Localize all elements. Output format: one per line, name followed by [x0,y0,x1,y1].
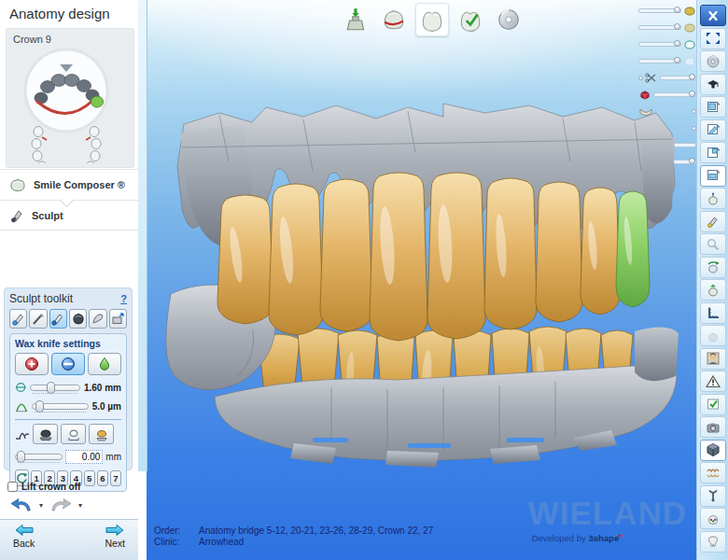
view-plane-4-button[interactable] [700,165,726,187]
crowns-outline-icon [683,39,696,50]
diameter-slider[interactable] [30,385,80,391]
morph-option-3-button[interactable] [89,424,114,444]
smooth-material-button[interactable] [88,353,121,375]
layer-slider[interactable] [638,59,681,63]
layer-slider[interactable] [660,76,696,80]
articulator-button[interactable] [700,462,726,483]
brand-logo: WIELAND [528,497,687,529]
validate-button[interactable] [700,394,726,415]
morph-crown-tool-button[interactable] [69,309,87,329]
morph-option-2-button[interactable] [61,424,86,444]
redo-dropdown-caret[interactable]: ▾ [78,501,82,510]
anatomy-crown-button[interactable] [415,3,449,36]
measure-button[interactable] [700,302,726,324]
cube-3d-icon [706,443,721,456]
view-plane-3-icon [706,147,721,160]
offset-slider[interactable] [15,454,63,460]
view-3d-button[interactable] [700,440,726,461]
order-label: Order: [154,525,191,536]
offset-slider-knob[interactable] [17,451,25,463]
view-plane-4-icon [706,169,721,182]
close-view-button[interactable] [700,5,726,26]
preset-7-button[interactable]: 7 [110,470,121,486]
training-button[interactable] [700,74,726,95]
wax-knife-add-icon [11,312,26,326]
model-viewport[interactable]: Order: Anatomy bridge 5-12, 20-21, 23-26… [147,0,696,560]
page-title: Anatomy design [9,6,110,21]
offset-input[interactable] [65,450,103,464]
warning-button[interactable] [700,371,726,392]
smoothness-slider[interactable] [32,403,89,410]
patient-photo-button[interactable] [700,348,726,370]
crowns-solid-icon [683,6,696,17]
panel-splitter[interactable] [138,0,147,471]
approve-crown-icon [457,7,483,33]
single-tooth-button[interactable] [700,531,726,553]
back-button[interactable]: Back [13,524,35,560]
layer-slider-knob[interactable] [674,7,680,13]
layer-slider-knob[interactable] [674,40,680,47]
wax-knife-tool-button[interactable] [49,309,67,329]
tools-button[interactable] [700,485,726,507]
next-button[interactable]: Next [105,524,125,560]
snapshot-button[interactable] [700,416,726,438]
rotate-tooth-button[interactable] [700,257,726,278]
smooth-wax-icon [95,357,114,371]
preset-6-button[interactable]: 6 [97,470,108,486]
diameter-slider-knob[interactable] [47,382,55,394]
tooth-hidden-button[interactable] [700,325,726,346]
add-material-button[interactable] [15,353,49,375]
preset-5-button[interactable]: 5 [84,470,95,486]
help-link[interactable]: ? [120,293,127,304]
dental-model-3d[interactable] [163,96,686,469]
view-plane-1-button[interactable] [700,96,726,118]
layer-slider[interactable] [638,25,681,30]
sidebar-item-smile-composer[interactable]: Smile Composer ® [0,169,138,200]
material-disc-button[interactable] [492,3,525,36]
seat-tooth-button[interactable] [700,279,726,301]
smile-composer-tooth-icon [9,178,26,192]
approve-crown-button[interactable] [454,3,487,36]
layer-slider-knob[interactable] [689,158,695,164]
place-crown-button[interactable] [339,3,372,36]
wax-knife-view-button[interactable] [700,211,726,232]
layer-slider-knob[interactable] [674,57,680,63]
view-plane-3-button[interactable] [700,142,726,163]
layer-slider-knob[interactable] [689,74,695,80]
layer-slider[interactable] [638,8,681,13]
smooth-tool-button[interactable] [89,309,106,329]
layer-slider-knob[interactable] [674,23,680,30]
paint-tooth-button[interactable] [700,508,726,529]
diameter-icon [15,381,26,394]
smoothness-icon [15,399,28,413]
tooth-chart-card[interactable]: Crown 9 [6,28,134,168]
scan-antenna-button[interactable] [700,188,726,209]
layer-radio[interactable] [638,76,643,80]
redo-icon[interactable] [49,497,73,513]
material-disc-view-button[interactable] [700,50,726,72]
layer-slider[interactable] [638,42,681,47]
zoom-button[interactable] [700,233,726,255]
lift-crown-checkbox[interactable] [7,482,18,492]
fit-view-button[interactable] [700,28,726,49]
view-plane-2-button[interactable] [700,119,726,141]
warning-icon [706,375,721,388]
undo-icon[interactable] [9,497,34,513]
developer-name: 3shape [588,533,619,543]
magnifier-icon [706,238,721,251]
morph-option-1-button[interactable] [33,424,58,444]
tooth-hidden-icon [706,329,721,343]
carve-tool-button[interactable] [29,309,47,329]
margin-line-crown-icon [381,7,407,33]
offset-unit: mm [105,452,121,462]
undo-dropdown-caret[interactable]: ▾ [39,501,43,510]
margin-line-button[interactable] [377,3,411,36]
smoothness-slider-knob[interactable] [35,400,44,413]
wax-knife-add-tool-button[interactable] [9,309,27,329]
attachment-tool-button[interactable] [109,309,127,329]
remove-material-button[interactable] [51,353,85,375]
smooth-icon [91,312,105,326]
layer-slider-knob[interactable] [689,91,695,97]
tooth-chart[interactable] [7,44,133,163]
pliers-icon [706,489,721,502]
